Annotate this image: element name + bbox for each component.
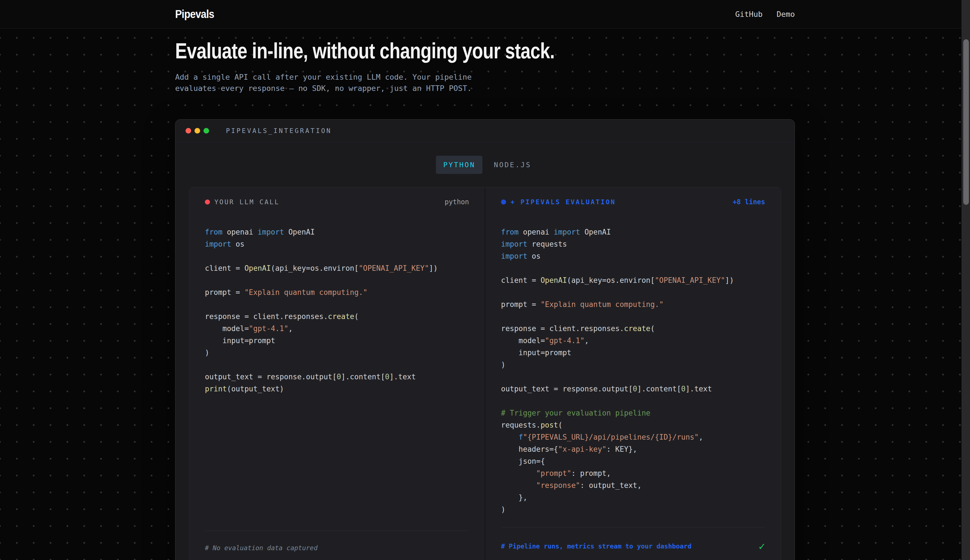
code-line: from openai import OpenAI bbox=[501, 226, 765, 238]
code-line: client = OpenAI(api_key=os.environ["OPEN… bbox=[205, 262, 469, 274]
code-line bbox=[205, 274, 469, 287]
code-line bbox=[501, 311, 765, 323]
code-comparison-card: YOUR LLM CALL python from openai import … bbox=[189, 187, 781, 560]
code-line: headers={"x-api-key": KEY}, bbox=[501, 443, 765, 455]
page: { "nav": { "logo": "Pipevals", "links": … bbox=[0, 0, 970, 560]
code-line bbox=[205, 298, 469, 311]
minimize-window-icon[interactable] bbox=[195, 128, 200, 133]
code-line: ) bbox=[205, 347, 469, 359]
nav-link-github[interactable]: GitHub bbox=[735, 10, 763, 18]
panel-left-title: YOUR LLM CALL bbox=[214, 198, 280, 206]
close-window-icon[interactable] bbox=[185, 128, 191, 133]
code-line: f"{PIPEVALS_URL}/api/pipelines/{ID}/runs… bbox=[501, 431, 765, 443]
scrollbar-track[interactable] bbox=[962, 0, 970, 560]
red-dot-icon bbox=[205, 200, 210, 205]
panel-your-llm-call: YOUR LLM CALL python from openai import … bbox=[189, 187, 485, 560]
code-line: output_text = response.output[0].content… bbox=[205, 371, 469, 383]
panel-left-language-label: python bbox=[444, 198, 469, 206]
top-nav: Pipevals GitHub Demo bbox=[0, 0, 970, 28]
code-line: client = OpenAI(api_key=os.environ["OPEN… bbox=[501, 274, 765, 287]
code-line: input=prompt bbox=[501, 347, 765, 359]
code-line: ) bbox=[501, 503, 765, 516]
nav-links: GitHub Demo bbox=[735, 10, 795, 18]
blue-dot-icon bbox=[501, 200, 506, 205]
code-line bbox=[205, 250, 469, 262]
panel-left-footer-note: # No evaluation data captured bbox=[205, 544, 318, 552]
panel-right-footer: # Pipeline runs, metrics stream to your … bbox=[501, 527, 765, 552]
code-line bbox=[501, 262, 765, 274]
code-line: import os bbox=[501, 250, 765, 262]
code-line: import requests bbox=[501, 238, 765, 250]
code-line: "response": output_text, bbox=[501, 480, 765, 492]
tab-nodejs[interactable]: NODE.JS bbox=[491, 156, 534, 174]
checkmark-icon: ✓ bbox=[759, 541, 765, 552]
code-line: prompt = "Explain quantum computing." bbox=[501, 298, 765, 311]
code-line: prompt = "Explain quantum computing." bbox=[205, 287, 469, 298]
code-line: "prompt": prompt, bbox=[501, 467, 765, 480]
panel-right-footer-note: # Pipeline runs, metrics stream to your … bbox=[501, 543, 691, 550]
tab-python[interactable]: PYTHON bbox=[436, 156, 482, 174]
divider bbox=[205, 530, 469, 531]
code-line: from openai import OpenAI bbox=[205, 226, 469, 238]
code-line: input=prompt bbox=[205, 335, 469, 347]
code-line: print(output_text) bbox=[205, 383, 469, 395]
page-subtitle: Add a single API call after your existin… bbox=[175, 72, 795, 94]
panel-left-header: YOUR LLM CALL python bbox=[205, 198, 469, 206]
code-block-left: from openai import OpenAIimport os clien… bbox=[205, 226, 469, 395]
panel-left-footer: # No evaluation data captured bbox=[205, 530, 469, 552]
added-lines-badge: +8 lines bbox=[733, 198, 765, 206]
scrollbar-thumb[interactable] bbox=[963, 39, 969, 205]
code-line: ) bbox=[501, 359, 765, 371]
nav-inner: Pipevals GitHub Demo bbox=[175, 0, 795, 28]
code-line: model="gpt-4.1", bbox=[205, 323, 469, 335]
code-line bbox=[501, 371, 765, 383]
panel-left-footer-row: # No evaluation data captured bbox=[205, 544, 469, 552]
panel-pipevals-evaluation: + PIPEVALS EVALUATION +8 lines from open… bbox=[485, 187, 781, 560]
code-line: model="gpt-4.1", bbox=[501, 335, 765, 347]
code-line: response = client.responses.create( bbox=[205, 311, 469, 323]
code-line bbox=[205, 359, 469, 371]
code-line: output_text = response.output[0].content… bbox=[501, 383, 765, 395]
language-tabs: PYTHON NODE.JS bbox=[175, 156, 795, 174]
brand-logo[interactable]: Pipevals bbox=[175, 8, 214, 20]
panel-right-footer-row: # Pipeline runs, metrics stream to your … bbox=[501, 541, 765, 552]
maximize-window-icon[interactable] bbox=[204, 128, 209, 133]
nav-link-demo[interactable]: Demo bbox=[776, 10, 795, 18]
subtitle-line-2: evaluates every response — no SDK, no wr… bbox=[175, 83, 795, 94]
code-line: }, bbox=[501, 492, 765, 503]
page-title: Evaluate in-line, without changing your … bbox=[175, 38, 683, 64]
code-line: json={ bbox=[501, 455, 765, 467]
code-line: import os bbox=[205, 238, 469, 250]
window-title: PIPEVALS_INTEGRATION bbox=[226, 127, 332, 134]
code-line: response = client.responses.create( bbox=[501, 323, 765, 335]
code-line: requests.post( bbox=[501, 419, 765, 431]
code-block-right: from openai import OpenAIimport requests… bbox=[501, 226, 765, 516]
main-content: Evaluate in-line, without changing your … bbox=[175, 38, 795, 560]
panel-right-title: + PIPEVALS EVALUATION bbox=[511, 198, 616, 206]
code-line bbox=[501, 287, 765, 298]
code-line bbox=[501, 395, 765, 407]
subtitle-line-1: Add a single API call after your existin… bbox=[175, 72, 795, 83]
panel-right-header: + PIPEVALS EVALUATION +8 lines bbox=[501, 198, 765, 206]
code-line: # Trigger your evaluation pipeline bbox=[501, 407, 765, 419]
terminal-window: PIPEVALS_INTEGRATION PYTHON NODE.JS YOUR… bbox=[175, 119, 795, 560]
window-titlebar: PIPEVALS_INTEGRATION bbox=[175, 120, 795, 142]
